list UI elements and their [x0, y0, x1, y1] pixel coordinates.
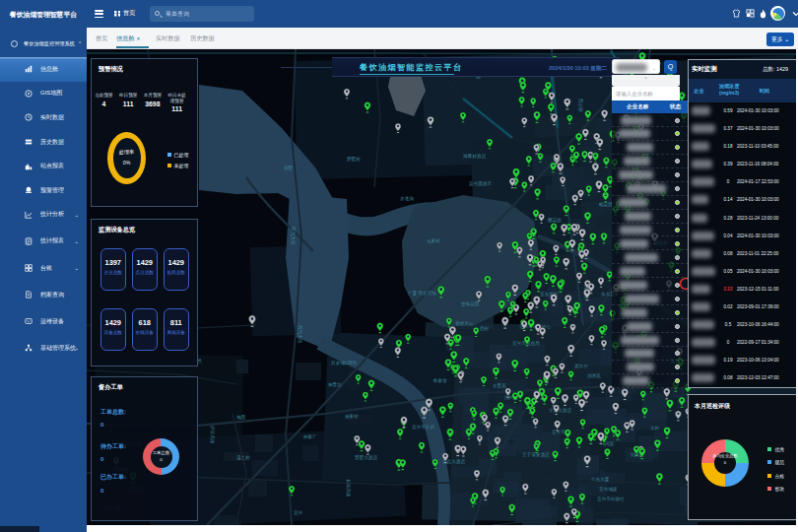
- svg-text:林家厂: 林家厂: [302, 434, 317, 439]
- svg-text:宜兴市: 宜兴市: [552, 430, 565, 434]
- svg-text:长深高速: 长深高速: [346, 479, 351, 498]
- svg-text:闲墅: 闲墅: [284, 165, 294, 171]
- svg-text:漫土村: 漫土村: [236, 454, 250, 461]
- svg-text:胖墅村: 胖墅村: [347, 156, 361, 163]
- svg-text:沪宜高速: 沪宜高速: [210, 426, 215, 444]
- svg-text:河路: 河路: [604, 441, 615, 446]
- svg-text:香镇天沁: 香镇天沁: [455, 320, 474, 327]
- svg-text:宜兴: 宜兴: [294, 510, 303, 515]
- svg-text:远大什: 远大什: [574, 363, 588, 368]
- svg-text:景墅大酒店: 景墅大酒店: [354, 454, 377, 461]
- svg-text:铁家舍: 铁家舍: [432, 377, 447, 383]
- svg-text:久光大厦: 久光大厦: [591, 476, 610, 483]
- svg-text:樱花路: 樱花路: [547, 217, 562, 224]
- svg-text:广厦 明水宝地: 广厦 明水宝地: [408, 290, 436, 297]
- svg-text:宜兴市艺术: 宜兴市艺术: [412, 425, 434, 430]
